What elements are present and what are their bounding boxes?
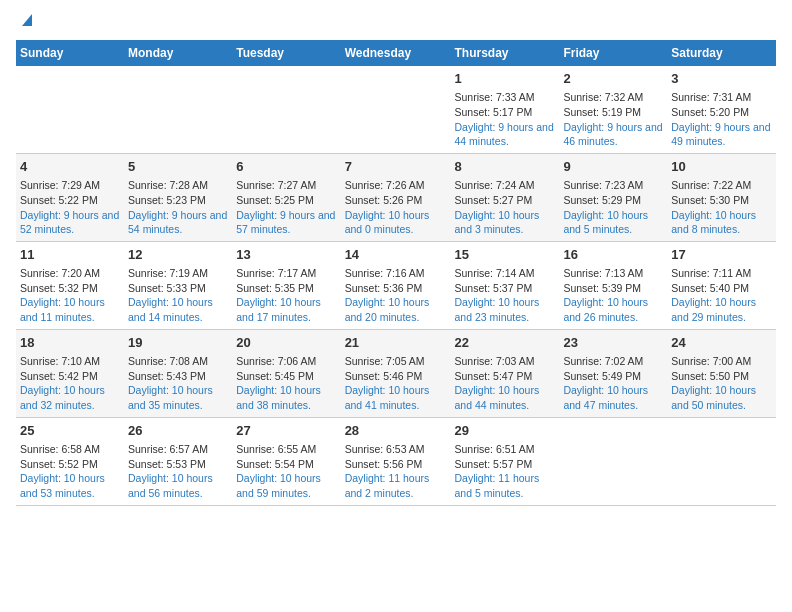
day-number: 17 [671, 246, 772, 264]
calendar-cell: 22Sunrise: 7:03 AMSunset: 5:47 PMDayligh… [451, 329, 560, 417]
calendar-cell: 8Sunrise: 7:24 AMSunset: 5:27 PMDaylight… [451, 153, 560, 241]
day-number: 7 [345, 158, 447, 176]
logo [16, 16, 34, 28]
day-number: 26 [128, 422, 228, 440]
column-header-saturday: Saturday [667, 40, 776, 66]
day-number: 4 [20, 158, 120, 176]
day-info: Sunrise: 7:24 AMSunset: 5:27 PMDaylight:… [455, 178, 556, 237]
calendar-week-row: 18Sunrise: 7:10 AMSunset: 5:42 PMDayligh… [16, 329, 776, 417]
logo-triangle-icon [18, 12, 34, 28]
calendar-cell: 6Sunrise: 7:27 AMSunset: 5:25 PMDaylight… [232, 153, 340, 241]
day-info: Sunrise: 7:28 AMSunset: 5:23 PMDaylight:… [128, 178, 228, 237]
day-info: Sunrise: 7:29 AMSunset: 5:22 PMDaylight:… [20, 178, 120, 237]
calendar-cell: 20Sunrise: 7:06 AMSunset: 5:45 PMDayligh… [232, 329, 340, 417]
calendar-cell [559, 417, 667, 505]
day-info: Sunrise: 7:10 AMSunset: 5:42 PMDaylight:… [20, 354, 120, 413]
day-number: 6 [236, 158, 336, 176]
day-number: 2 [563, 70, 663, 88]
day-number: 23 [563, 334, 663, 352]
day-number: 1 [455, 70, 556, 88]
svg-marker-0 [22, 14, 32, 26]
day-info: Sunrise: 7:27 AMSunset: 5:25 PMDaylight:… [236, 178, 336, 237]
calendar-week-row: 25Sunrise: 6:58 AMSunset: 5:52 PMDayligh… [16, 417, 776, 505]
calendar-cell: 12Sunrise: 7:19 AMSunset: 5:33 PMDayligh… [124, 241, 232, 329]
day-number: 27 [236, 422, 336, 440]
page-header [16, 16, 776, 28]
day-info: Sunrise: 6:58 AMSunset: 5:52 PMDaylight:… [20, 442, 120, 501]
calendar-header-row: SundayMondayTuesdayWednesdayThursdayFrid… [16, 40, 776, 66]
calendar-cell: 2Sunrise: 7:32 AMSunset: 5:19 PMDaylight… [559, 66, 667, 153]
day-number: 11 [20, 246, 120, 264]
calendar-cell: 18Sunrise: 7:10 AMSunset: 5:42 PMDayligh… [16, 329, 124, 417]
day-info: Sunrise: 7:31 AMSunset: 5:20 PMDaylight:… [671, 90, 772, 149]
calendar-cell: 3Sunrise: 7:31 AMSunset: 5:20 PMDaylight… [667, 66, 776, 153]
calendar-cell: 25Sunrise: 6:58 AMSunset: 5:52 PMDayligh… [16, 417, 124, 505]
day-number: 28 [345, 422, 447, 440]
calendar-week-row: 11Sunrise: 7:20 AMSunset: 5:32 PMDayligh… [16, 241, 776, 329]
day-info: Sunrise: 7:06 AMSunset: 5:45 PMDaylight:… [236, 354, 336, 413]
day-info: Sunrise: 7:32 AMSunset: 5:19 PMDaylight:… [563, 90, 663, 149]
calendar-cell [232, 66, 340, 153]
calendar-cell: 11Sunrise: 7:20 AMSunset: 5:32 PMDayligh… [16, 241, 124, 329]
calendar-cell: 19Sunrise: 7:08 AMSunset: 5:43 PMDayligh… [124, 329, 232, 417]
calendar-cell [16, 66, 124, 153]
day-info: Sunrise: 7:08 AMSunset: 5:43 PMDaylight:… [128, 354, 228, 413]
calendar-cell [667, 417, 776, 505]
calendar-cell: 26Sunrise: 6:57 AMSunset: 5:53 PMDayligh… [124, 417, 232, 505]
day-number: 13 [236, 246, 336, 264]
day-number: 29 [455, 422, 556, 440]
calendar-cell: 15Sunrise: 7:14 AMSunset: 5:37 PMDayligh… [451, 241, 560, 329]
day-info: Sunrise: 7:02 AMSunset: 5:49 PMDaylight:… [563, 354, 663, 413]
column-header-friday: Friday [559, 40, 667, 66]
day-info: Sunrise: 7:00 AMSunset: 5:50 PMDaylight:… [671, 354, 772, 413]
day-info: Sunrise: 6:57 AMSunset: 5:53 PMDaylight:… [128, 442, 228, 501]
day-info: Sunrise: 7:33 AMSunset: 5:17 PMDaylight:… [455, 90, 556, 149]
column-header-sunday: Sunday [16, 40, 124, 66]
day-info: Sunrise: 7:17 AMSunset: 5:35 PMDaylight:… [236, 266, 336, 325]
day-info: Sunrise: 7:26 AMSunset: 5:26 PMDaylight:… [345, 178, 447, 237]
day-number: 8 [455, 158, 556, 176]
column-header-thursday: Thursday [451, 40, 560, 66]
day-number: 14 [345, 246, 447, 264]
column-header-tuesday: Tuesday [232, 40, 340, 66]
calendar-cell: 9Sunrise: 7:23 AMSunset: 5:29 PMDaylight… [559, 153, 667, 241]
calendar-cell: 10Sunrise: 7:22 AMSunset: 5:30 PMDayligh… [667, 153, 776, 241]
calendar-cell: 4Sunrise: 7:29 AMSunset: 5:22 PMDaylight… [16, 153, 124, 241]
calendar-cell: 27Sunrise: 6:55 AMSunset: 5:54 PMDayligh… [232, 417, 340, 505]
day-number: 12 [128, 246, 228, 264]
day-info: Sunrise: 7:22 AMSunset: 5:30 PMDaylight:… [671, 178, 772, 237]
day-number: 21 [345, 334, 447, 352]
day-info: Sunrise: 7:16 AMSunset: 5:36 PMDaylight:… [345, 266, 447, 325]
day-info: Sunrise: 7:14 AMSunset: 5:37 PMDaylight:… [455, 266, 556, 325]
day-number: 3 [671, 70, 772, 88]
day-number: 18 [20, 334, 120, 352]
day-number: 10 [671, 158, 772, 176]
day-number: 9 [563, 158, 663, 176]
calendar-cell: 14Sunrise: 7:16 AMSunset: 5:36 PMDayligh… [341, 241, 451, 329]
day-info: Sunrise: 7:03 AMSunset: 5:47 PMDaylight:… [455, 354, 556, 413]
calendar-cell: 23Sunrise: 7:02 AMSunset: 5:49 PMDayligh… [559, 329, 667, 417]
day-info: Sunrise: 7:13 AMSunset: 5:39 PMDaylight:… [563, 266, 663, 325]
calendar-cell: 13Sunrise: 7:17 AMSunset: 5:35 PMDayligh… [232, 241, 340, 329]
day-info: Sunrise: 7:23 AMSunset: 5:29 PMDaylight:… [563, 178, 663, 237]
day-info: Sunrise: 7:19 AMSunset: 5:33 PMDaylight:… [128, 266, 228, 325]
calendar-week-row: 1Sunrise: 7:33 AMSunset: 5:17 PMDaylight… [16, 66, 776, 153]
day-number: 16 [563, 246, 663, 264]
calendar-cell: 29Sunrise: 6:51 AMSunset: 5:57 PMDayligh… [451, 417, 560, 505]
day-info: Sunrise: 7:05 AMSunset: 5:46 PMDaylight:… [345, 354, 447, 413]
day-number: 22 [455, 334, 556, 352]
calendar-cell: 5Sunrise: 7:28 AMSunset: 5:23 PMDaylight… [124, 153, 232, 241]
calendar-cell: 21Sunrise: 7:05 AMSunset: 5:46 PMDayligh… [341, 329, 451, 417]
calendar-week-row: 4Sunrise: 7:29 AMSunset: 5:22 PMDaylight… [16, 153, 776, 241]
day-info: Sunrise: 6:55 AMSunset: 5:54 PMDaylight:… [236, 442, 336, 501]
column-header-wednesday: Wednesday [341, 40, 451, 66]
day-info: Sunrise: 6:51 AMSunset: 5:57 PMDaylight:… [455, 442, 556, 501]
column-header-monday: Monday [124, 40, 232, 66]
day-number: 24 [671, 334, 772, 352]
calendar-cell: 24Sunrise: 7:00 AMSunset: 5:50 PMDayligh… [667, 329, 776, 417]
day-number: 20 [236, 334, 336, 352]
day-info: Sunrise: 6:53 AMSunset: 5:56 PMDaylight:… [345, 442, 447, 501]
calendar-cell: 1Sunrise: 7:33 AMSunset: 5:17 PMDaylight… [451, 66, 560, 153]
day-number: 5 [128, 158, 228, 176]
day-number: 25 [20, 422, 120, 440]
